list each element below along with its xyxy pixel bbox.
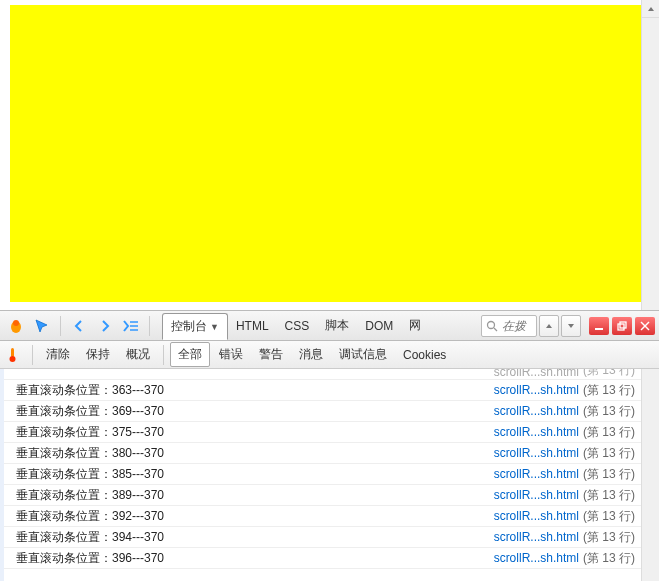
log-line: (第 13 行)	[583, 424, 635, 441]
nav-forward-button[interactable]	[93, 314, 117, 338]
tab-label: 网	[409, 317, 421, 334]
panel-tabs: 控制台 ▼ HTML CSS 脚本 DOM 网	[162, 312, 429, 339]
inspect-icon[interactable]	[30, 314, 54, 338]
svg-point-5	[488, 321, 495, 328]
svg-rect-9	[620, 322, 626, 328]
log-source-link[interactable]: scrollR...sh.html	[494, 425, 579, 439]
log-row: 垂直滚动条位置：385---370scrollR...sh.html(第 13 …	[4, 464, 641, 485]
firebug-icon[interactable]	[4, 314, 28, 338]
log-line: (第 13 行)	[583, 466, 635, 483]
tab-console[interactable]: 控制台 ▼	[162, 313, 228, 340]
log-source-link[interactable]: scrollR...sh.html	[494, 404, 579, 418]
tab-label: CSS	[285, 319, 310, 333]
log-source-link[interactable]: scrollR...sh.html	[494, 467, 579, 481]
log-row: xscrollR...sh.html(第 13 行)	[4, 369, 641, 380]
profile-button[interactable]: 概况	[119, 343, 157, 366]
log-line: (第 13 行)	[583, 508, 635, 525]
tab-script[interactable]: 脚本	[317, 313, 357, 338]
svg-point-13	[10, 356, 16, 362]
filter-errors[interactable]: 错误	[212, 343, 250, 366]
console-filter-toolbar: 清除 保持 概况 全部 错误 警告 消息 调试信息 Cookies	[0, 341, 659, 369]
log-row: 垂直滚动条位置：392---370scrollR...sh.html(第 13 …	[4, 506, 641, 527]
log-message: 垂直滚动条位置：392---370	[16, 508, 164, 525]
filter-all[interactable]: 全部	[170, 342, 210, 367]
persist-button[interactable]: 保持	[79, 343, 117, 366]
page-content-area	[0, 0, 659, 310]
log-source-link[interactable]: scrollR...sh.html	[494, 383, 579, 397]
log-row: 垂直滚动条位置：369---370scrollR...sh.html(第 13 …	[4, 401, 641, 422]
close-button[interactable]	[635, 317, 655, 335]
console-output: xscrollR...sh.html(第 13 行)垂直滚动条位置：363---…	[0, 369, 659, 581]
clear-button[interactable]: 清除	[39, 343, 77, 366]
log-line: (第 13 行)	[583, 403, 635, 420]
log-line: (第 13 行)	[583, 445, 635, 462]
filter-warnings[interactable]: 警告	[252, 343, 290, 366]
log-line: (第 13 行)	[583, 487, 635, 504]
search-prev-button[interactable]	[539, 315, 559, 337]
log-line: (第 13 行)	[583, 369, 635, 379]
separator	[163, 345, 164, 365]
log-row: 垂直滚动条位置：375---370scrollR...sh.html(第 13 …	[4, 422, 641, 443]
svg-point-1	[13, 320, 19, 326]
filter-cookies[interactable]: Cookies	[396, 345, 453, 365]
log-line: (第 13 行)	[583, 550, 635, 567]
minimize-button[interactable]	[589, 317, 609, 335]
log-line: (第 13 行)	[583, 382, 635, 399]
chevron-down-icon[interactable]: ▼	[210, 322, 219, 332]
log-source-link[interactable]: scrollR...sh.html	[494, 530, 579, 544]
svg-rect-8	[618, 324, 624, 330]
scroll-up-button[interactable]	[642, 0, 659, 18]
page-vertical-scrollbar[interactable]	[641, 0, 659, 310]
scroll-track[interactable]	[642, 18, 659, 310]
log-message: 垂直滚动条位置：396---370	[16, 550, 164, 567]
log-row: 垂直滚动条位置：363---370scrollR...sh.html(第 13 …	[4, 380, 641, 401]
tab-html[interactable]: HTML	[228, 315, 277, 337]
search-input[interactable]	[502, 319, 532, 333]
tab-dom[interactable]: DOM	[357, 315, 401, 337]
log-source-link[interactable]: scrollR...sh.html	[494, 509, 579, 523]
tab-label: 控制台	[171, 318, 207, 335]
devtools-main-toolbar: 控制台 ▼ HTML CSS 脚本 DOM 网	[0, 310, 659, 341]
log-line: (第 13 行)	[583, 529, 635, 546]
log-message: 垂直滚动条位置：389---370	[16, 487, 164, 504]
tab-css[interactable]: CSS	[277, 315, 318, 337]
tab-label: HTML	[236, 319, 269, 333]
log-source-link[interactable]: scrollR...sh.html	[494, 446, 579, 460]
log-message: 垂直滚动条位置：363---370	[16, 382, 164, 399]
log-row: 垂直滚动条位置：396---370scrollR...sh.html(第 13 …	[4, 548, 641, 569]
filter-info[interactable]: 消息	[292, 343, 330, 366]
yellow-block	[10, 5, 641, 302]
log-row: 垂直滚动条位置：380---370scrollR...sh.html(第 13 …	[4, 443, 641, 464]
nav-back-button[interactable]	[67, 314, 91, 338]
log-message: 垂直滚动条位置：369---370	[16, 403, 164, 420]
search-next-button[interactable]	[561, 315, 581, 337]
svg-line-6	[494, 328, 497, 331]
window-buttons	[589, 317, 655, 335]
search-box[interactable]	[481, 315, 537, 337]
console-body[interactable]: xscrollR...sh.html(第 13 行)垂直滚动条位置：363---…	[0, 369, 641, 581]
log-row: 垂直滚动条位置：394---370scrollR...sh.html(第 13 …	[4, 527, 641, 548]
log-message: 垂直滚动条位置：394---370	[16, 529, 164, 546]
log-message: 垂直滚动条位置：375---370	[16, 424, 164, 441]
separator	[60, 316, 61, 336]
tab-label: 脚本	[325, 317, 349, 334]
detach-button[interactable]	[612, 317, 632, 335]
log-source-link[interactable]: scrollR...sh.html	[494, 488, 579, 502]
log-source-link[interactable]: scrollR...sh.html	[494, 369, 579, 379]
separator	[32, 345, 33, 365]
console-scrollbar[interactable]	[641, 369, 659, 581]
svg-rect-12	[11, 348, 14, 357]
log-message: 垂直滚动条位置：385---370	[16, 466, 164, 483]
filter-debug[interactable]: 调试信息	[332, 343, 394, 366]
command-line-icon[interactable]	[119, 314, 143, 338]
break-on-icon[interactable]	[6, 347, 22, 363]
log-source-link[interactable]: scrollR...sh.html	[494, 551, 579, 565]
log-message: 垂直滚动条位置：380---370	[16, 445, 164, 462]
log-row: 垂直滚动条位置：389---370scrollR...sh.html(第 13 …	[4, 485, 641, 506]
separator	[149, 316, 150, 336]
tab-label: DOM	[365, 319, 393, 333]
search-icon	[486, 320, 498, 332]
tab-net[interactable]: 网	[401, 313, 429, 338]
